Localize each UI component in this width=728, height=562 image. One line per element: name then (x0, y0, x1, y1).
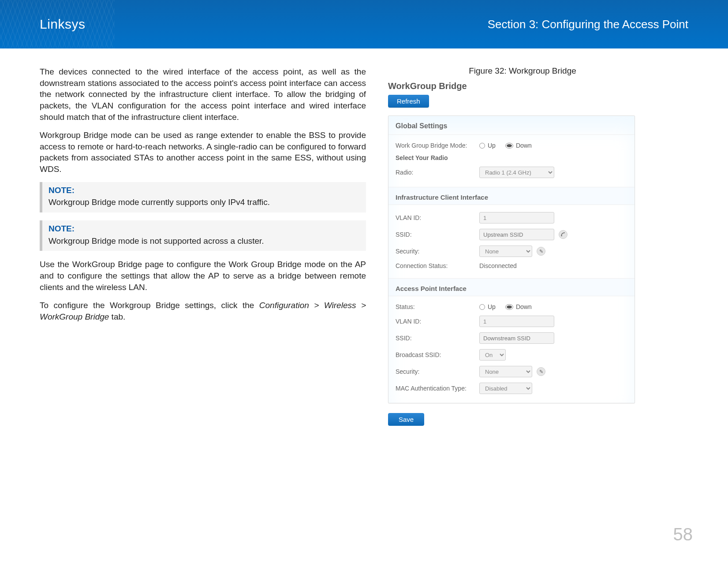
label: VLAN ID: (396, 214, 475, 221)
note-box: NOTE: Workgroup Bridge mode is not suppo… (40, 220, 366, 251)
radio-down[interactable] (505, 304, 513, 310)
edit-icon[interactable]: ✎ (537, 247, 545, 256)
label: SSID: (396, 335, 475, 342)
conn-status-value: Disconnected (479, 262, 517, 269)
row-vlan2: VLAN ID: (396, 313, 627, 330)
radio-up-label: Up (488, 142, 496, 149)
edit-icon[interactable]: ✎ (537, 367, 545, 376)
global-settings-header: Global Settings (388, 116, 635, 135)
row-broadcast: Broadcast SSID: On (396, 346, 627, 363)
radio-up[interactable] (479, 143, 485, 149)
note-body: Workgroup Bridge mode currently supports… (49, 197, 361, 208)
row-vlan: VLAN ID: (396, 209, 627, 226)
text: To configure the Workgroup Bridge settin… (40, 301, 259, 310)
label: Status: (396, 303, 475, 310)
paragraph: To configure the Workgroup Bridge settin… (40, 300, 366, 322)
security2-select[interactable]: None (479, 366, 532, 377)
row-mac-auth: MAC Authentication Type: Disabled (396, 380, 627, 397)
figure-screenshot: WorkGroup Bridge Refresh Global Settings… (388, 81, 635, 426)
note-title: NOTE: (49, 185, 361, 196)
status-radio-group[interactable]: Up Down (479, 303, 532, 310)
label: Security: (396, 368, 475, 375)
downstream-ssid-input[interactable] (479, 332, 554, 344)
label: Connection Status: (396, 262, 475, 269)
save-button[interactable]: Save (388, 413, 424, 426)
label: VLAN ID: (396, 318, 475, 325)
section-title: Section 3: Configuring the Access Point (488, 18, 688, 31)
upstream-ssid-input[interactable] (479, 229, 554, 240)
paragraph: The devices connected to the wired inter… (40, 66, 366, 123)
svg-point-0 (561, 235, 562, 236)
row-status: Status: Up Down (396, 301, 627, 313)
wgb-mode-radio-group[interactable]: Up Down (479, 142, 532, 149)
panel-title: WorkGroup Bridge (388, 81, 635, 91)
refresh-button[interactable]: Refresh (388, 95, 429, 108)
select-radio-header: Select Your Radio (396, 152, 627, 164)
radio-up-label: Up (488, 303, 496, 310)
text: tab. (109, 312, 125, 321)
radio-up[interactable] (479, 304, 485, 310)
row-security2: Security: None ✎ (396, 363, 627, 380)
vlan2-input[interactable] (479, 316, 554, 327)
label: Work Group Bridge Mode: (396, 142, 475, 149)
row-conn-status: Connection Status: Disconnected (396, 260, 627, 272)
page-number: 58 (673, 525, 693, 544)
note-body: Workgroup Bridge mode is not supported a… (49, 235, 361, 247)
settings-panel: Global Settings Work Group Bridge Mode: … (388, 115, 635, 403)
paragraph: Workgroup Bridge mode can be used as ran… (40, 130, 366, 175)
label: SSID: (396, 231, 475, 238)
scan-icon[interactable] (559, 230, 567, 239)
page-header: Linksys Section 3: Configuring the Acces… (0, 0, 728, 48)
note-title: NOTE: (49, 223, 361, 234)
radio-down[interactable] (505, 143, 513, 149)
paragraph: Use the WorkGroup Bridge page to configu… (40, 259, 366, 293)
radio-down-label: Down (516, 303, 532, 310)
brand: Linksys (40, 17, 86, 32)
api-header: Access Point Interface (388, 278, 635, 296)
radio-select[interactable]: Radio 1 (2.4 GHz) (479, 167, 554, 178)
radio-down-label: Down (516, 142, 532, 149)
right-column: Figure 32: Workgroup Bridge WorkGroup Br… (384, 66, 688, 426)
row-radio: Radio: Radio 1 (2.4 GHz) (396, 164, 627, 181)
left-column: The devices connected to the wired inter… (40, 66, 366, 426)
broadcast-select[interactable]: On (479, 349, 506, 361)
label: MAC Authentication Type: (396, 385, 475, 392)
row-security: Security: None ✎ (396, 243, 627, 260)
note-box: NOTE: Workgroup Bridge mode currently su… (40, 182, 366, 212)
row-ssid: SSID: (396, 226, 627, 243)
security-select[interactable]: None (479, 246, 532, 257)
label: Radio: (396, 169, 475, 176)
label: Broadcast SSID: (396, 351, 475, 358)
figure-caption: Figure 32: Workgroup Bridge (384, 66, 688, 76)
row-wgb-mode: Work Group Bridge Mode: Up Down (396, 139, 627, 152)
page-body: The devices connected to the wired inter… (0, 48, 728, 426)
ici-header: Infrastructure Client Interface (388, 187, 635, 205)
vlan-input[interactable] (479, 212, 554, 223)
row-ssid2: SSID: (396, 330, 627, 346)
mac-auth-select[interactable]: Disabled (479, 383, 532, 394)
label: Security: (396, 248, 475, 255)
